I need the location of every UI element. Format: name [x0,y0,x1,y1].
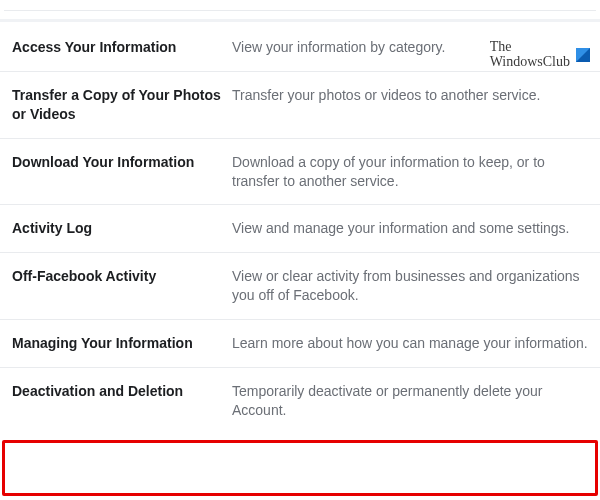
row-transfer-copy[interactable]: Transfer a Copy of Your Photos or Videos… [0,71,600,138]
top-strip [4,0,596,11]
row-description: Learn more about how you can manage your… [232,334,590,353]
row-description: View or clear activity from businesses a… [232,267,590,305]
watermark: The WindowsClub [490,40,590,69]
row-description: Download a copy of your information to k… [232,153,590,191]
highlight-box [2,440,598,496]
section-separator [0,19,600,22]
row-label: Off-Facebook Activity [12,267,232,286]
row-deactivation-and-deletion[interactable]: Deactivation and Deletion Temporarily de… [0,367,600,434]
row-label: Download Your Information [12,153,232,172]
watermark-line1: The [490,40,570,55]
row-description: Temporarily deactivate or permanently de… [232,382,590,420]
watermark-text: The WindowsClub [490,40,570,69]
windowsclub-logo-icon [576,48,590,62]
row-label: Access Your Information [12,38,232,57]
row-description: Transfer your photos or videos to anothe… [232,86,590,105]
row-managing-your-information[interactable]: Managing Your Information Learn more abo… [0,319,600,367]
row-activity-log[interactable]: Activity Log View and manage your inform… [0,204,600,252]
row-label: Deactivation and Deletion [12,382,232,401]
row-label: Managing Your Information [12,334,232,353]
row-label: Activity Log [12,219,232,238]
row-description: View and manage your information and som… [232,219,590,238]
watermark-line2: WindowsClub [490,55,570,70]
row-download-your-information[interactable]: Download Your Information Download a cop… [0,138,600,205]
row-label: Transfer a Copy of Your Photos or Videos [12,86,232,124]
row-off-facebook-activity[interactable]: Off-Facebook Activity View or clear acti… [0,252,600,319]
